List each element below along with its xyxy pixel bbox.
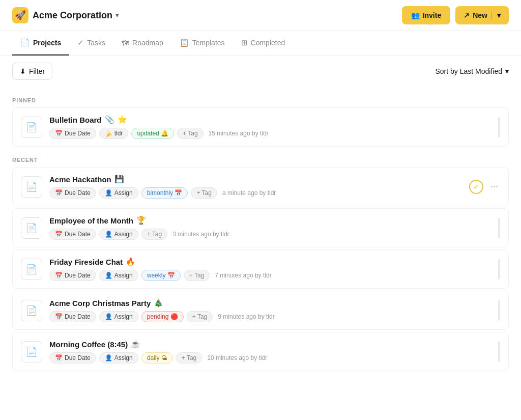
bimonthly-tag-hackathon[interactable]: bimonthly 📅 xyxy=(141,187,188,199)
header-left: 🚀 Acme Corporation ▾ xyxy=(12,7,119,23)
project-item-acme-hackathon: 📄 Acme Hackathon 💾 📅 Due Date 👤 Assign b… xyxy=(12,167,509,206)
assign-tag-fireside[interactable]: 👤 Assign xyxy=(99,270,138,281)
roadmap-tab-icon: 🗺 xyxy=(122,39,129,47)
due-date-tag-fireside[interactable]: 📅 Due Date xyxy=(49,270,96,281)
new-button[interactable]: ↗ New ▾ xyxy=(455,6,509,24)
calendar-icon: 📅 xyxy=(55,354,63,361)
user-tag-bulletin-board[interactable]: 🍌 tldr xyxy=(99,128,129,139)
assign-icon: 👤 xyxy=(105,231,112,238)
app-logo: 🚀 xyxy=(12,7,28,23)
hackathon-emoji: 💾 xyxy=(114,175,124,184)
due-date-tag-christmas[interactable]: 📅 Due Date xyxy=(49,311,96,322)
projects-tab-icon: 📄 xyxy=(20,38,30,47)
drag-handle-coffee xyxy=(498,342,500,362)
calendar-icon: 📅 xyxy=(55,313,63,320)
due-date-tag-hackathon[interactable]: 📅 Due Date xyxy=(49,187,96,199)
completed-tab-icon: ⊞ xyxy=(241,38,248,47)
project-item-morning-coffee: 📄 Morning Coffee (8:45) ☕ 📅 Due Date 👤 A… xyxy=(12,332,509,371)
project-meta-acme-hackathon: 📅 Due Date 👤 Assign bimonthly 📅 + Tag a … xyxy=(49,187,461,199)
project-title-fireside: Friday Fireside Chat 🔥 xyxy=(49,257,492,266)
time-info-hackathon: a minute ago by tldr xyxy=(222,189,276,197)
project-info-employee-month: Employee of the Month 🏆 📅 Due Date 👤 Ass… xyxy=(49,216,492,240)
calendar-icon: 📅 xyxy=(55,189,63,197)
project-item-bulletin-board: 📄 Bulletin Board 📎 ⭐ 📅 Due Date 🍌 tldr u… xyxy=(12,107,509,147)
fire-emoji: 🔥 xyxy=(126,257,135,266)
calendar-icon: 📅 xyxy=(55,130,63,137)
drag-handle-bulletin-board xyxy=(498,117,500,137)
org-name-button[interactable]: Acme Corporation ▾ xyxy=(33,10,119,21)
bulletin-board-emoji: 📎 xyxy=(105,115,114,124)
new-chevron-icon: ▾ xyxy=(491,11,501,19)
project-item-fireside: 📄 Friday Fireside Chat 🔥 📅 Due Date 👤 As… xyxy=(12,249,509,289)
project-title-employee-month: Employee of the Month 🏆 xyxy=(49,216,492,225)
time-info-fireside: 7 minutes ago by tldr xyxy=(215,272,271,279)
header: 🚀 Acme Corporation ▾ 👥 Invite ↗ New ▾ xyxy=(0,0,521,31)
assign-icon: 👤 xyxy=(105,272,112,279)
project-item-employee-month: 📄 Employee of the Month 🏆 📅 Due Date 👤 A… xyxy=(12,208,509,247)
nav-tabs: 📄 Projects ✓ Tasks 🗺 Roadmap 📋 Templates… xyxy=(0,31,521,55)
tab-templates[interactable]: 📋 Templates xyxy=(171,31,233,55)
calendar-icon: 📅 xyxy=(55,272,63,279)
sort-button[interactable]: Sort by Last Modified ▾ xyxy=(435,67,509,75)
templates-tab-icon: 📋 xyxy=(180,38,189,47)
tab-roadmap[interactable]: 🗺 Roadmap xyxy=(113,32,171,55)
add-tag-fireside[interactable]: + Tag xyxy=(184,270,210,281)
assign-tag-christmas[interactable]: 👤 Assign xyxy=(99,311,138,322)
due-date-tag-bulletin-board[interactable]: 📅 Due Date xyxy=(49,128,96,139)
invite-button[interactable]: 👥 Invite xyxy=(402,6,451,24)
assign-tag-employee[interactable]: 👤 Assign xyxy=(99,229,138,240)
add-tag-christmas[interactable]: + Tag xyxy=(187,311,213,322)
project-title-christmas: Acme Corp Christmas Party 🎄 xyxy=(49,298,492,307)
project-icon-morning-coffee: 📄 xyxy=(21,341,42,362)
project-info-fireside: Friday Fireside Chat 🔥 📅 Due Date 👤 Assi… xyxy=(49,257,492,281)
project-meta-employee-month: 📅 Due Date 👤 Assign + Tag 3 minutes ago … xyxy=(49,229,492,240)
project-info-acme-hackathon: Acme Hackathon 💾 📅 Due Date 👤 Assign bim… xyxy=(49,175,461,199)
project-icon-employee-month: 📄 xyxy=(21,217,42,239)
project-icon-christmas: 📄 xyxy=(21,300,42,321)
tab-projects[interactable]: 📄 Projects xyxy=(12,31,69,55)
project-meta-christmas: 📅 Due Date 👤 Assign pending 🔴 + Tag 9 mi… xyxy=(49,311,492,322)
assign-icon: 👤 xyxy=(105,313,112,320)
daily-tag-coffee[interactable]: daily 🌤 xyxy=(141,352,173,363)
add-tag-coffee[interactable]: + Tag xyxy=(176,352,202,363)
drag-handle-christmas xyxy=(498,300,500,321)
content: PINNED 📄 Bulletin Board 📎 ⭐ 📅 Due Date 🍌… xyxy=(0,87,521,377)
assign-tag-hackathon[interactable]: 👤 Assign xyxy=(99,187,138,199)
tab-completed[interactable]: ⊞ Completed xyxy=(233,31,294,55)
assign-icon: 👤 xyxy=(105,354,112,361)
add-tag-employee[interactable]: + Tag xyxy=(141,229,167,240)
roadmap-tab-label: Roadmap xyxy=(132,39,163,47)
time-info-coffee: 10 minutes ago by tldr xyxy=(207,354,267,361)
weekly-tag-fireside[interactable]: weekly 📅 xyxy=(141,270,181,281)
templates-tab-label: Templates xyxy=(192,39,225,47)
tab-tasks[interactable]: ✓ Tasks xyxy=(69,31,113,55)
projects-tab-label: Projects xyxy=(33,39,61,47)
time-info-bulletin-board: 15 minutes ago by tldr xyxy=(209,130,269,137)
tree-emoji: 🎄 xyxy=(154,298,163,307)
updated-tag-bulletin-board[interactable]: updated 🔔 xyxy=(131,128,174,139)
project-item-christmas: 📄 Acme Corp Christmas Party 🎄 📅 Due Date… xyxy=(12,291,509,330)
due-date-tag-employee[interactable]: 📅 Due Date xyxy=(49,229,96,240)
invite-icon: 👥 xyxy=(411,11,420,19)
project-meta-bulletin-board: 📅 Due Date 🍌 tldr updated 🔔 + Tag 15 min… xyxy=(49,128,492,139)
pinned-section-label: PINNED xyxy=(12,97,509,103)
project-info-morning-coffee: Morning Coffee (8:45) ☕ 📅 Due Date 👤 Ass… xyxy=(49,340,492,363)
add-tag-bulletin-board[interactable]: + Tag xyxy=(177,128,203,139)
drag-handle-fireside xyxy=(498,259,500,279)
filter-button[interactable]: ⬇ Filter xyxy=(12,63,52,80)
add-tag-hackathon[interactable]: + Tag xyxy=(191,187,217,199)
calendar-icon: 📅 xyxy=(55,231,63,238)
check-button-hackathon[interactable]: ✓ xyxy=(469,180,483,194)
trophy-emoji: 🏆 xyxy=(136,216,146,225)
assign-icon: 👤 xyxy=(105,189,112,197)
project-info-christmas: Acme Corp Christmas Party 🎄 📅 Due Date 👤… xyxy=(49,298,492,322)
due-date-tag-coffee[interactable]: 📅 Due Date xyxy=(49,352,96,363)
pending-tag-christmas[interactable]: pending 🔴 xyxy=(141,311,184,322)
assign-tag-coffee[interactable]: 👤 Assign xyxy=(99,352,138,363)
banana-icon: 🍌 xyxy=(105,130,112,137)
org-chevron-icon: ▾ xyxy=(115,12,119,19)
header-actions: 👥 Invite ↗ New ▾ xyxy=(402,6,509,24)
time-info-christmas: 9 minutes ago by tldr xyxy=(218,313,274,320)
more-button-hackathon[interactable]: ··· xyxy=(488,179,500,194)
completed-tab-label: Completed xyxy=(251,39,285,47)
